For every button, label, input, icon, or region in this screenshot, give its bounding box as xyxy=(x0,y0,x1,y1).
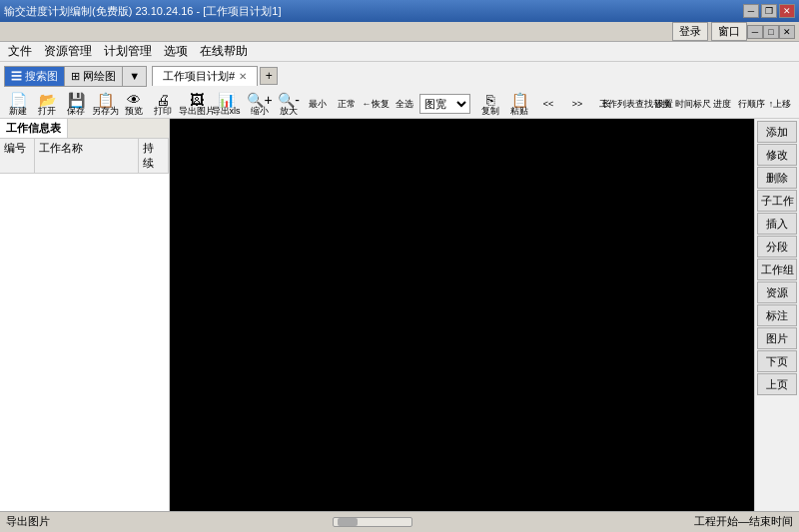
title-bar: 输交进度计划编制(免费版) 23.10.24.16 - [工作项目计划1] ─ … xyxy=(0,0,799,22)
row-order-btn[interactable]: 行顺序 xyxy=(737,92,765,116)
left-content xyxy=(0,174,169,511)
fit-min-btn[interactable]: 最小 xyxy=(304,92,332,116)
find-replace-btn[interactable]: 工作列表查找替换 xyxy=(621,92,649,116)
left-panel: 工作信息表 编号 工作名称 持续 xyxy=(0,119,170,511)
left-table-header: 编号 工作名称 持续 xyxy=(0,139,169,174)
work-group-btn[interactable]: 工作组 xyxy=(757,259,797,280)
network-view-btn[interactable]: ⊞ 网绘图 xyxy=(65,67,123,86)
open-btn[interactable]: 📂 打开 xyxy=(33,92,61,116)
doc-tab-close[interactable]: ✕ xyxy=(239,71,247,82)
zoom-out-btn[interactable]: 🔍- 放大 xyxy=(275,92,303,116)
col-number: 编号 xyxy=(0,139,35,173)
progress-btn[interactable]: 进度 xyxy=(708,92,736,116)
move-down-btn[interactable]: ↓下移 xyxy=(795,92,799,116)
inner-close-button[interactable]: ✕ xyxy=(779,25,795,39)
login-bar: 登录 窗口 ─ □ ✕ xyxy=(0,22,799,42)
image-btn[interactable]: 图片 xyxy=(757,327,797,349)
view-toggle-area: ☰ 搜索图 ⊞ 网绘图 ▼ xyxy=(4,66,147,87)
add-btn[interactable]: 添加 xyxy=(757,121,797,143)
window-title: 输交进度计划编制(免费版) 23.10.24.16 - [工作项目计划1] xyxy=(4,4,282,19)
toolbar-row1: ☰ 搜索图 ⊞ 网绘图 ▼ 工作项目计划# ✕ + xyxy=(0,62,799,90)
menu-help[interactable]: 在线帮助 xyxy=(194,41,254,62)
status-bar: 导出图片 工程开始—结束时间 xyxy=(0,511,799,531)
sub-work-btn[interactable]: 子工作 xyxy=(757,190,797,212)
close-button[interactable]: ✕ xyxy=(779,4,795,18)
paste-btn[interactable]: 📋 粘贴 xyxy=(505,92,533,116)
normal-btn[interactable]: 正常 xyxy=(333,92,361,116)
insert-btn[interactable]: 插入 xyxy=(757,213,797,235)
col-duration: 持续 xyxy=(139,139,169,173)
inner-min-button[interactable]: ─ xyxy=(747,25,763,39)
select-all-btn[interactable]: 全选 xyxy=(391,92,418,116)
copy-btn[interactable]: ⎘ 复制 xyxy=(476,92,504,116)
zoom-in-btn[interactable]: 🔍+ 缩小 xyxy=(246,92,274,116)
login-button[interactable]: 登录 xyxy=(672,22,708,41)
col-work-name: 工作名称 xyxy=(35,139,139,173)
saveas-btn[interactable]: 📋 另存为 xyxy=(91,92,119,116)
move-up-btn[interactable]: ↑上移 xyxy=(766,92,794,116)
restore-button[interactable]: ❐ xyxy=(761,4,777,18)
settings-btn[interactable]: 设置 xyxy=(650,92,678,116)
next-btn[interactable]: >> xyxy=(563,92,591,116)
toolbar-area: ☰ 搜索图 ⊞ 网绘图 ▼ 工作项目计划# ✕ + 📄 新建 📂 打开 💾 保存… xyxy=(0,62,799,119)
view-dropdown-btn[interactable]: ▼ xyxy=(123,68,146,84)
menu-resource[interactable]: 资源管理 xyxy=(38,41,98,62)
menu-bar: 文件 资源管理 计划管理 选项 在线帮助 xyxy=(0,42,799,62)
status-right: 工程开始—结束时间 xyxy=(694,514,793,529)
export-xls-btn[interactable]: 📊 导出xls xyxy=(212,92,240,116)
new-btn[interactable]: 📄 新建 xyxy=(4,92,32,116)
save-btn[interactable]: 💾 保存 xyxy=(62,92,90,116)
window-button[interactable]: 窗口 xyxy=(711,22,747,41)
preview-btn[interactable]: 👁 预览 xyxy=(120,92,148,116)
print-btn[interactable]: 🖨 打印 xyxy=(149,92,177,116)
resource-btn[interactable]: 资源 xyxy=(757,281,797,303)
edit-btn[interactable]: 修改 xyxy=(757,144,797,166)
left-panel-header: 工作信息表 xyxy=(0,119,169,139)
zoom-select[interactable]: 图宽 50% 75% 100% 150% 200% xyxy=(419,94,470,114)
inner-max-button[interactable]: □ xyxy=(763,25,779,39)
scroll-indicator[interactable] xyxy=(333,517,412,527)
doc-tab-bar: 工作项目计划# ✕ + xyxy=(152,66,278,86)
toolbar-row2: 📄 新建 📂 打开 💾 保存 📋 另存为 👁 预览 🖨 打印 🖼 导出图片 xyxy=(0,90,799,118)
next-page-btn[interactable]: 下页 xyxy=(757,350,797,372)
scroll-thumb xyxy=(338,518,358,526)
main-area: 工作信息表 编号 工作名称 持续 添加 修改 删除 子工作 插入 分段 工作组 … xyxy=(0,119,799,511)
title-buttons: ─ ❐ ✕ xyxy=(743,4,795,18)
menu-file[interactable]: 文件 xyxy=(2,41,38,62)
new-doc-tab-btn[interactable]: + xyxy=(260,67,278,85)
right-sidebar: 添加 修改 删除 子工作 插入 分段 工作组 资源 标注 图片 下页 上页 xyxy=(754,119,799,511)
gantt-view-btn[interactable]: ☰ 搜索图 xyxy=(5,67,65,86)
restore-btn[interactable]: ←恢复 xyxy=(362,92,390,116)
menu-options[interactable]: 选项 xyxy=(158,41,194,62)
minimize-button[interactable]: ─ xyxy=(743,4,759,18)
time-ruler-btn[interactable]: 时间标尺 xyxy=(679,92,707,116)
annotation-btn[interactable]: 标注 xyxy=(757,304,797,326)
status-left: 导出图片 xyxy=(6,514,50,529)
doc-tab-1[interactable]: 工作项目计划# ✕ xyxy=(152,66,258,86)
segment-btn[interactable]: 分段 xyxy=(757,236,797,258)
gantt-canvas xyxy=(170,119,754,511)
delete-btn[interactable]: 删除 xyxy=(757,167,797,189)
work-info-tab[interactable]: 工作信息表 xyxy=(0,119,68,138)
export-img-btn[interactable]: 🖼 导出图片 xyxy=(183,92,211,116)
menu-plan[interactable]: 计划管理 xyxy=(98,41,158,62)
prev-btn[interactable]: << xyxy=(534,92,562,116)
prev-page-btn[interactable]: 上页 xyxy=(757,373,797,395)
